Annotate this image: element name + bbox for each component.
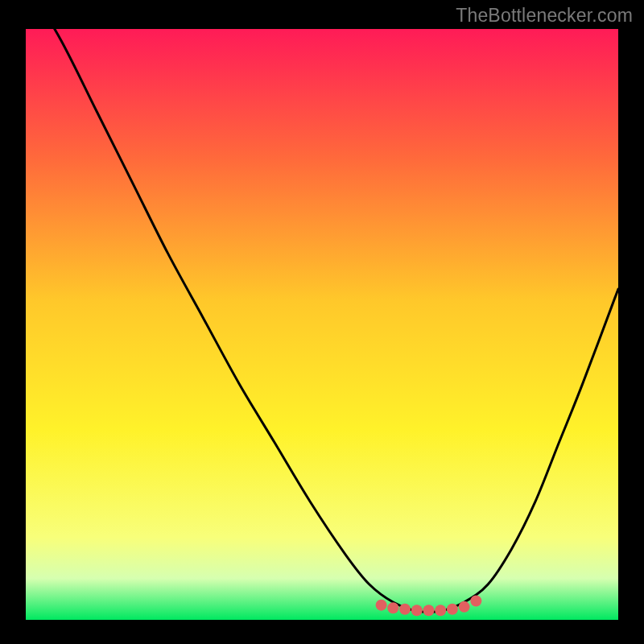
optimal-range-dot [423,605,434,616]
gradient-background [26,29,618,620]
optimal-range-dot [387,602,398,613]
optimal-range-dot [411,605,423,616]
optimal-range-dot [470,596,481,607]
bottleneck-chart [26,29,618,620]
chart-frame: TheBottlenecker.com [0,0,644,644]
optimal-range-dot [459,601,470,613]
plot-area [26,29,618,620]
attribution-text: TheBottlenecker.com [456,5,633,27]
optimal-range-dot [376,600,387,611]
optimal-range-dot [435,605,446,616]
optimal-range-dot [399,604,411,615]
optimal-range-dot [447,604,458,615]
